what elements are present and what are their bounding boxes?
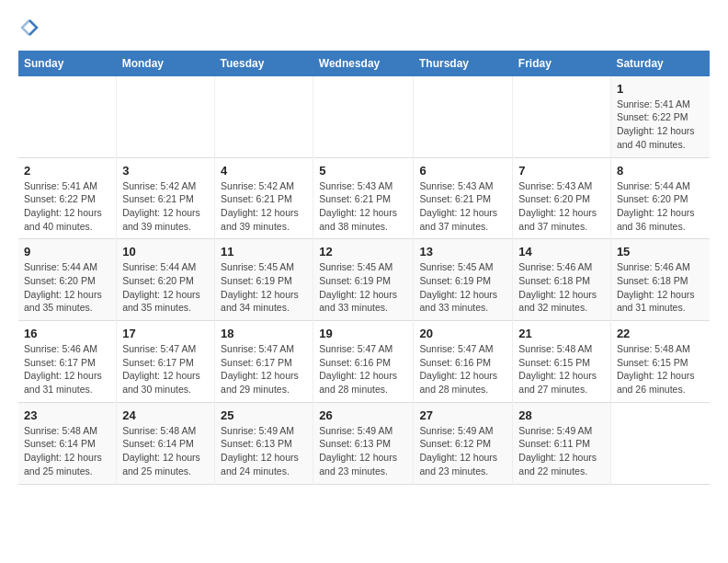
day-info: Sunrise: 5:49 AM Sunset: 6:13 PM Dayligh… xyxy=(221,424,307,478)
weekday-header-wednesday: Wednesday xyxy=(313,51,414,76)
day-info: Sunrise: 5:41 AM Sunset: 6:22 PM Dayligh… xyxy=(617,98,704,152)
day-number: 12 xyxy=(319,245,407,259)
day-info: Sunrise: 5:42 AM Sunset: 6:21 PM Dayligh… xyxy=(122,179,209,234)
day-number: 18 xyxy=(221,327,307,340)
day-number: 26 xyxy=(319,408,407,422)
weekday-header-row: SundayMondayTuesdayWednesdayThursdayFrid… xyxy=(18,51,710,76)
calendar-cell: 27Sunrise: 5:49 AM Sunset: 6:12 PM Dayli… xyxy=(414,402,513,484)
calendar-cell: 13Sunrise: 5:45 AM Sunset: 6:19 PM Dayli… xyxy=(414,239,513,321)
calendar-cell: 16Sunrise: 5:46 AM Sunset: 6:17 PM Dayli… xyxy=(18,321,117,403)
day-info: Sunrise: 5:43 AM Sunset: 6:20 PM Dayligh… xyxy=(518,179,605,234)
logo xyxy=(18,18,39,41)
calendar-week-2: 2Sunrise: 5:41 AM Sunset: 6:22 PM Daylig… xyxy=(18,157,710,239)
day-number: 2 xyxy=(24,164,110,178)
day-info: Sunrise: 5:48 AM Sunset: 6:14 PM Dayligh… xyxy=(24,424,110,478)
calendar-week-5: 23Sunrise: 5:48 AM Sunset: 6:14 PM Dayli… xyxy=(18,402,710,484)
day-info: Sunrise: 5:46 AM Sunset: 6:17 PM Dayligh… xyxy=(24,342,110,396)
day-info: Sunrise: 5:49 AM Sunset: 6:13 PM Dayligh… xyxy=(319,424,407,478)
day-info: Sunrise: 5:49 AM Sunset: 6:12 PM Dayligh… xyxy=(419,424,506,478)
logo-icon xyxy=(20,18,39,37)
calendar-cell: 8Sunrise: 5:44 AM Sunset: 6:20 PM Daylig… xyxy=(610,157,710,239)
day-number: 10 xyxy=(122,245,209,259)
day-info: Sunrise: 5:43 AM Sunset: 6:21 PM Dayligh… xyxy=(319,179,407,234)
calendar-cell: 10Sunrise: 5:44 AM Sunset: 6:20 PM Dayli… xyxy=(117,239,215,321)
day-info: Sunrise: 5:45 AM Sunset: 6:19 PM Dayligh… xyxy=(319,260,407,315)
calendar-cell: 4Sunrise: 5:42 AM Sunset: 6:21 PM Daylig… xyxy=(215,157,313,239)
weekday-header-friday: Friday xyxy=(513,51,611,76)
day-info: Sunrise: 5:47 AM Sunset: 6:16 PM Dayligh… xyxy=(419,342,506,396)
weekday-header-saturday: Saturday xyxy=(610,51,710,76)
day-info: Sunrise: 5:47 AM Sunset: 6:17 PM Dayligh… xyxy=(122,342,209,396)
day-info: Sunrise: 5:43 AM Sunset: 6:21 PM Dayligh… xyxy=(419,179,506,234)
day-info: Sunrise: 5:48 AM Sunset: 6:15 PM Dayligh… xyxy=(518,342,605,396)
day-number: 11 xyxy=(221,245,307,259)
day-info: Sunrise: 5:42 AM Sunset: 6:21 PM Dayligh… xyxy=(221,179,307,234)
day-number: 28 xyxy=(518,408,605,422)
day-number: 21 xyxy=(518,327,605,340)
day-info: Sunrise: 5:46 AM Sunset: 6:18 PM Dayligh… xyxy=(617,260,704,315)
day-info: Sunrise: 5:44 AM Sunset: 6:20 PM Dayligh… xyxy=(617,179,704,234)
calendar-cell: 6Sunrise: 5:43 AM Sunset: 6:21 PM Daylig… xyxy=(414,157,513,239)
day-info: Sunrise: 5:45 AM Sunset: 6:19 PM Dayligh… xyxy=(221,260,307,315)
day-info: Sunrise: 5:48 AM Sunset: 6:14 PM Dayligh… xyxy=(122,424,209,478)
day-number: 27 xyxy=(419,408,506,422)
calendar-cell: 2Sunrise: 5:41 AM Sunset: 6:22 PM Daylig… xyxy=(18,157,117,239)
calendar-cell: 23Sunrise: 5:48 AM Sunset: 6:14 PM Dayli… xyxy=(18,402,117,484)
calendar-cell: 1Sunrise: 5:41 AM Sunset: 6:22 PM Daylig… xyxy=(610,76,710,157)
day-number: 23 xyxy=(24,408,110,422)
day-number: 15 xyxy=(617,245,704,259)
calendar-week-1: 1Sunrise: 5:41 AM Sunset: 6:22 PM Daylig… xyxy=(18,76,710,157)
day-info: Sunrise: 5:44 AM Sunset: 6:20 PM Dayligh… xyxy=(122,260,209,315)
logo-text xyxy=(18,18,39,41)
day-number: 13 xyxy=(419,245,506,259)
calendar-week-3: 9Sunrise: 5:44 AM Sunset: 6:20 PM Daylig… xyxy=(18,239,710,321)
calendar-cell: 15Sunrise: 5:46 AM Sunset: 6:18 PM Dayli… xyxy=(610,239,710,321)
weekday-header-tuesday: Tuesday xyxy=(215,51,313,76)
day-number: 8 xyxy=(617,164,704,178)
day-number: 16 xyxy=(24,327,110,340)
calendar-cell xyxy=(215,76,313,157)
calendar-cell: 22Sunrise: 5:48 AM Sunset: 6:15 PM Dayli… xyxy=(610,321,710,403)
day-number: 20 xyxy=(419,327,506,340)
weekday-header-thursday: Thursday xyxy=(414,51,513,76)
day-number: 17 xyxy=(122,327,209,340)
calendar-cell: 28Sunrise: 5:49 AM Sunset: 6:11 PM Dayli… xyxy=(513,402,611,484)
calendar-week-4: 16Sunrise: 5:46 AM Sunset: 6:17 PM Dayli… xyxy=(18,321,710,403)
day-info: Sunrise: 5:48 AM Sunset: 6:15 PM Dayligh… xyxy=(617,342,704,396)
calendar-cell xyxy=(18,76,117,157)
day-number: 24 xyxy=(122,408,209,422)
calendar-cell: 25Sunrise: 5:49 AM Sunset: 6:13 PM Dayli… xyxy=(215,402,313,484)
calendar-cell: 20Sunrise: 5:47 AM Sunset: 6:16 PM Dayli… xyxy=(414,321,513,403)
day-info: Sunrise: 5:41 AM Sunset: 6:22 PM Dayligh… xyxy=(24,179,110,234)
calendar-cell: 11Sunrise: 5:45 AM Sunset: 6:19 PM Dayli… xyxy=(215,239,313,321)
calendar-table: SundayMondayTuesdayWednesdayThursdayFrid… xyxy=(18,51,710,485)
calendar-cell xyxy=(117,76,215,157)
day-number: 19 xyxy=(319,327,407,340)
day-number: 22 xyxy=(617,327,704,340)
calendar-cell: 17Sunrise: 5:47 AM Sunset: 6:17 PM Dayli… xyxy=(117,321,215,403)
header xyxy=(18,18,710,41)
day-number: 4 xyxy=(221,164,307,178)
calendar-cell: 18Sunrise: 5:47 AM Sunset: 6:17 PM Dayli… xyxy=(215,321,313,403)
weekday-header-sunday: Sunday xyxy=(18,51,117,76)
day-number: 3 xyxy=(122,164,209,178)
day-info: Sunrise: 5:47 AM Sunset: 6:17 PM Dayligh… xyxy=(221,342,307,396)
day-number: 6 xyxy=(419,164,506,178)
calendar-cell: 9Sunrise: 5:44 AM Sunset: 6:20 PM Daylig… xyxy=(18,239,117,321)
calendar-cell xyxy=(610,402,710,484)
calendar-cell xyxy=(414,76,513,157)
day-number: 25 xyxy=(221,408,307,422)
calendar-cell xyxy=(513,76,611,157)
day-number: 7 xyxy=(518,164,605,178)
day-info: Sunrise: 5:49 AM Sunset: 6:11 PM Dayligh… xyxy=(518,424,605,478)
day-info: Sunrise: 5:47 AM Sunset: 6:16 PM Dayligh… xyxy=(319,342,407,396)
day-number: 14 xyxy=(518,245,605,259)
calendar-cell: 7Sunrise: 5:43 AM Sunset: 6:20 PM Daylig… xyxy=(513,157,611,239)
calendar-cell: 24Sunrise: 5:48 AM Sunset: 6:14 PM Dayli… xyxy=(117,402,215,484)
day-number: 9 xyxy=(24,245,110,259)
day-info: Sunrise: 5:45 AM Sunset: 6:19 PM Dayligh… xyxy=(419,260,506,315)
day-info: Sunrise: 5:44 AM Sunset: 6:20 PM Dayligh… xyxy=(24,260,110,315)
weekday-header-monday: Monday xyxy=(117,51,215,76)
calendar-cell: 12Sunrise: 5:45 AM Sunset: 6:19 PM Dayli… xyxy=(313,239,414,321)
calendar-cell: 14Sunrise: 5:46 AM Sunset: 6:18 PM Dayli… xyxy=(513,239,611,321)
